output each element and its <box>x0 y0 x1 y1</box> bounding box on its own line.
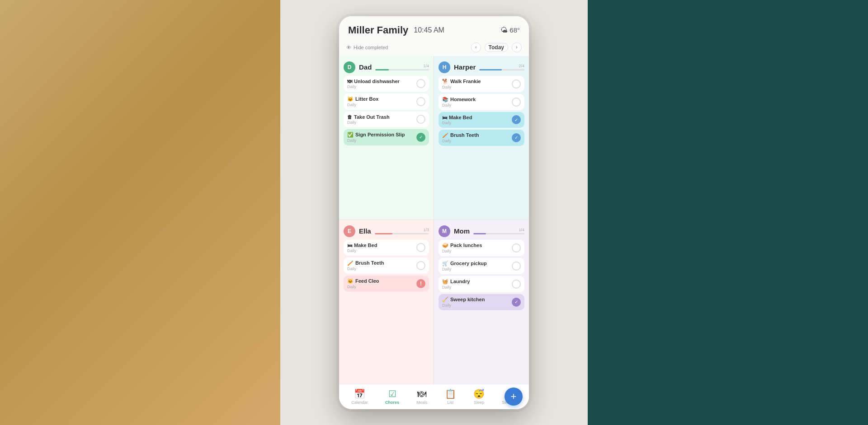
dad-avatar: D <box>344 61 355 73</box>
chore-make-bed-harper[interactable]: 🛏 Make Bed Daily ✓ <box>439 112 524 128</box>
bg-left <box>0 0 280 425</box>
nav-list[interactable]: 📋 List <box>441 387 460 406</box>
dad-progress-container: 1/4 <box>375 64 429 70</box>
mom-progress-bar <box>473 233 524 234</box>
weather-icon: 🌤 <box>500 26 508 34</box>
nav-list-label: List <box>447 400 453 405</box>
next-day-button[interactable]: › <box>512 42 522 52</box>
chore-walk-frankie[interactable]: 🐕 Walk Frankie Daily <box>439 76 524 92</box>
chore-check-grocery[interactable] <box>512 262 521 271</box>
nav-controls: 👁 Hide completed ‹ Today › <box>339 41 529 56</box>
nav-sleep-label: Sleep <box>474 400 484 405</box>
ella-section: E Ella 1/3 🛏 Make Bed Daily <box>339 220 434 384</box>
harper-section: H Harper 2/4 🐕 Walk Frankie Daily <box>434 56 529 220</box>
harper-avatar: H <box>439 61 450 73</box>
list-icon: 📋 <box>445 388 456 399</box>
chore-check-makebed-harper[interactable]: ✓ <box>512 115 521 124</box>
chore-check-unload[interactable] <box>416 79 425 88</box>
ella-progress-container: 1/3 <box>375 228 429 234</box>
bottom-nav: 📅 Calendar ☑ Chores 🍽 Meals 📋 List 😴 Sle… <box>339 384 529 409</box>
ella-header: E Ella 1/3 <box>344 225 429 237</box>
harper-name: Harper <box>454 63 476 71</box>
nav-chores[interactable]: ☑ Chores <box>382 387 403 406</box>
ella-progress-text: 1/3 <box>375 228 429 232</box>
mom-progress-text: 1/4 <box>473 228 524 232</box>
chore-check-litter[interactable] <box>416 97 425 106</box>
chore-check-makebed-ella[interactable] <box>416 243 425 252</box>
nav-sleep[interactable]: 😴 Sleep <box>470 387 488 406</box>
harper-progress-fill <box>479 69 502 70</box>
chore-litter-box[interactable]: 🐱 Litter Box Daily <box>344 93 429 110</box>
chore-check-homework[interactable] <box>512 98 521 107</box>
dad-progress-bar <box>375 69 429 70</box>
chore-laundry[interactable]: 🧺 Laundry Daily <box>439 276 524 292</box>
chore-feed-cleo[interactable]: 🐱 Feed Cleo Daily ! <box>344 276 429 292</box>
harper-progress-bar <box>479 69 524 70</box>
chore-check-teeth-harper[interactable]: ✓ <box>512 133 521 142</box>
header: Miller Family 10:45 AM 🌤 68° <box>339 16 529 41</box>
chore-sign-permission-slip[interactable]: ✅ Sign Permission Slip Daily ✓ <box>344 129 429 145</box>
nav-calendar[interactable]: 📅 Calendar <box>348 387 372 406</box>
chore-pack-lunches[interactable]: 🥪 Pack lunches Daily <box>439 240 524 256</box>
today-button[interactable]: Today <box>485 43 508 52</box>
nav-chores-label: Chores <box>385 400 399 405</box>
harper-progress-text: 2/4 <box>479 64 524 68</box>
chore-grocery-pickup[interactable]: 🛒 Grocery pickup Daily <box>439 258 524 274</box>
nav-calendar-label: Calendar <box>351 400 368 405</box>
chore-take-out-trash[interactable]: 🗑 Take Out Trash Daily <box>344 112 429 127</box>
chore-check-walk[interactable] <box>512 79 521 89</box>
prev-day-button[interactable]: ‹ <box>471 42 481 52</box>
ella-name: Ella <box>359 227 371 235</box>
meals-icon: 🍽 <box>417 389 426 399</box>
calendar-icon: 📅 <box>354 388 365 399</box>
chore-check-slip[interactable]: ✓ <box>416 133 425 142</box>
harper-header: H Harper 2/4 <box>439 61 524 73</box>
chore-sweep-kitchen[interactable]: 🧹 Sweep kitchen Daily ✓ <box>439 294 524 310</box>
chore-homework[interactable]: 📚 Homework Daily <box>439 94 524 110</box>
chore-unload-dishwasher[interactable]: 🍽 Unload dishwasher Daily <box>344 76 429 92</box>
chore-check-sweep[interactable]: ✓ <box>512 298 521 307</box>
chore-make-bed-ella[interactable]: 🛏 Make Bed Daily <box>344 240 429 256</box>
chore-check-feedcleo[interactable]: ! <box>416 279 425 288</box>
mom-header: M Mom 1/4 <box>439 225 524 237</box>
chore-brush-teeth-ella[interactable]: 🪥 Brush Teeth Daily <box>344 257 429 274</box>
chores-grid: D Dad 1/4 🍽 Unload dishwasher Daily <box>339 56 529 384</box>
device-frame: Miller Family 10:45 AM 🌤 68° 👁 Hide comp… <box>339 16 529 409</box>
mom-progress-fill <box>473 233 486 234</box>
dad-progress-fill <box>375 69 389 70</box>
ella-progress-bar <box>375 233 429 234</box>
dad-progress-text: 1/4 <box>375 64 429 68</box>
chore-check-trash[interactable] <box>416 115 425 124</box>
bg-right <box>588 0 868 425</box>
nav-meals[interactable]: 🍽 Meals <box>413 387 431 406</box>
chores-icon: ☑ <box>388 388 396 399</box>
chore-check-teeth-ella[interactable] <box>416 261 425 270</box>
eye-icon: 👁 <box>346 45 351 50</box>
hide-completed-label: Hide completed <box>354 45 388 50</box>
mom-name: Mom <box>454 227 470 235</box>
family-title: Miller Family <box>348 24 408 36</box>
dad-name: Dad <box>359 63 372 71</box>
nav-meals-label: Meals <box>416 400 427 405</box>
add-chore-button[interactable]: + <box>505 388 523 406</box>
sleep-icon: 😴 <box>473 388 485 399</box>
harper-progress-container: 2/4 <box>479 64 524 70</box>
ella-avatar: E <box>344 225 355 237</box>
temperature: 68° <box>509 26 520 34</box>
chore-brush-teeth-harper[interactable]: 🪥 Brush Teeth Daily ✓ <box>439 130 524 146</box>
hide-completed-toggle[interactable]: 👁 Hide completed <box>346 45 388 50</box>
mom-progress-container: 1/4 <box>473 228 524 234</box>
header-left: Miller Family 10:45 AM <box>348 24 444 36</box>
weather-info: 🌤 68° <box>500 26 520 34</box>
time-display: 10:45 AM <box>414 26 444 34</box>
chore-check-laundry[interactable] <box>512 280 521 289</box>
mom-section: M Mom 1/4 🥪 Pack lunches Daily <box>434 220 529 384</box>
dad-section: D Dad 1/4 🍽 Unload dishwasher Daily <box>339 56 434 220</box>
chore-check-packlunches[interactable] <box>512 243 521 252</box>
date-nav: ‹ Today › <box>471 42 522 52</box>
ella-progress-fill <box>375 233 393 234</box>
app-container: Miller Family 10:45 AM 🌤 68° 👁 Hide comp… <box>339 16 529 409</box>
dad-header: D Dad 1/4 <box>344 61 429 73</box>
mom-avatar: M <box>439 225 450 237</box>
